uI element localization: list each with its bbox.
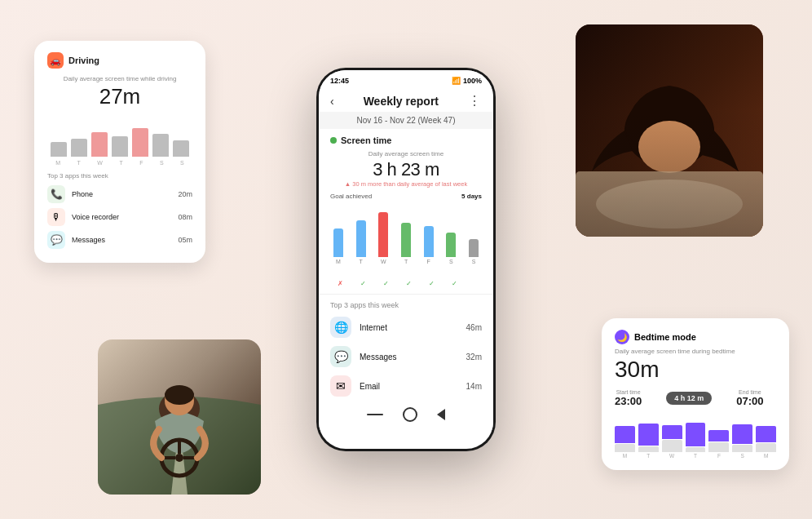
bedtime-day-label: W: [669, 453, 674, 459]
bedtime-bar-group: M: [756, 426, 776, 459]
chart-bar-group: W: [373, 212, 393, 264]
start-label: Start time: [615, 389, 642, 395]
bedtime-start: Start time 23:00: [615, 389, 642, 407]
phone-device: 12:45 📶 100% ‹ Weekly report ⋮ Nov 16 - …: [316, 68, 496, 451]
bedtime-bar-purple: [662, 425, 682, 440]
bedtime-time-value: 30m: [615, 357, 776, 383]
recents-icon[interactable]: [367, 414, 383, 415]
goal-label: Goal achieved: [330, 193, 372, 200]
start-time: 23:00: [615, 395, 642, 407]
bedtime-daily-label: Daily average screen time during bedtime: [615, 348, 776, 355]
chart-day-label: W: [381, 259, 386, 264]
sleeping-photo: [576, 24, 763, 237]
bedtime-bar-gray: [756, 443, 776, 452]
app-name: Messages: [360, 353, 458, 362]
bedtime-day-label: F: [717, 453, 721, 459]
more-button[interactable]: ⋮: [468, 93, 482, 109]
chart-bar: [469, 239, 479, 257]
app-row: ✉ Email 14m: [319, 371, 493, 401]
mini-bar: [51, 142, 67, 157]
chart-day-label: M: [336, 259, 341, 264]
chart-day-label: S: [449, 259, 453, 264]
chart-bar: [401, 223, 411, 257]
driving-photo: [98, 339, 261, 495]
goal-row: Goal achieved 5 days: [330, 193, 482, 200]
bedtime-bar-purple: [732, 424, 752, 445]
bedtime-bar-group: W: [662, 425, 682, 459]
page-title: Weekly report: [364, 95, 439, 108]
bedtime-bar-purple: [686, 423, 706, 446]
top-apps-label: Top 3 apps this week: [319, 298, 493, 313]
mini-day-label: F: [139, 160, 143, 166]
chart-bar-group: S: [464, 239, 483, 264]
mini-app-time: 20m: [178, 190, 192, 198]
car-icon: 🚗: [47, 52, 64, 69]
chart-bar: [333, 228, 343, 257]
check-mark: ✓: [429, 280, 435, 287]
mini-day-label: W: [97, 160, 103, 166]
bedtime-bar-purple: [756, 426, 776, 442]
mini-day-label: T: [119, 160, 122, 166]
daily-avg-label: Daily average screen time: [330, 150, 482, 157]
mini-bar: [152, 134, 169, 157]
back-button[interactable]: ‹: [330, 95, 334, 108]
check-mark: ✓: [452, 280, 457, 287]
app-name: Internet: [360, 323, 458, 332]
screen-time-value: 3 h 23 m: [330, 159, 482, 180]
bedtime-bar-group: T: [686, 423, 706, 459]
bedtime-day-label: M: [623, 453, 627, 459]
chart-bar-group: T: [396, 223, 416, 264]
app-row: 🌐 Internet 46m: [319, 313, 493, 342]
bedtime-end: End time 07:00: [736, 389, 763, 407]
bedtime-day-label: T: [694, 453, 697, 459]
end-time: 07:00: [736, 395, 763, 407]
bedtime-bar-purple: [638, 424, 659, 446]
bedtime-bar-group: S: [732, 424, 752, 459]
bedtime-bar-gray: [615, 444, 635, 452]
bedtime-card: 🌙 Bedtime mode Daily average screen time…: [602, 318, 789, 470]
bedtime-bar-gray: [708, 442, 729, 453]
bedtime-day-label: S: [741, 453, 744, 459]
chart-bar: [378, 212, 388, 257]
mini-app-row: 🎙 Voice recorder 08m: [47, 206, 192, 228]
chart-bar: [356, 220, 366, 257]
mini-app-name: Voice recorder: [72, 213, 171, 221]
bedtime-bar-purple: [708, 430, 729, 441]
driving-card: 🚗 Driving Daily average screen time whil…: [34, 41, 205, 263]
duration-pill: 4 h 12 m: [666, 392, 712, 405]
bedtime-bar-group: T: [638, 424, 659, 459]
bedtime-bar-group: M: [615, 426, 635, 459]
mini-day-label: S: [180, 160, 184, 166]
bedtime-title-text: Bedtime mode: [634, 332, 696, 342]
svg-point-8: [175, 454, 183, 462]
mini-day-label: T: [77, 160, 81, 166]
back-nav-icon[interactable]: [437, 409, 445, 420]
bedtime-times-row: Start time 23:00 4 h 12 m End time 07:00: [615, 389, 776, 407]
end-label: End time: [736, 389, 763, 395]
driving-daily-label: Daily average screen time while driving: [47, 75, 192, 82]
mini-app-row: 💬 Messages 05m: [47, 228, 192, 251]
driving-title: Driving: [68, 55, 99, 65]
chart-day-label: T: [404, 259, 408, 264]
status-icons: 📶 100%: [452, 77, 482, 85]
app-icon: 🌐: [330, 317, 351, 338]
app-row: 💬 Messages 32m: [319, 342, 493, 371]
svg-point-13: [165, 385, 194, 405]
chart-day-label: F: [427, 259, 430, 264]
bedtime-day-label: T: [647, 453, 650, 459]
mini-app-name: Phone: [72, 190, 171, 198]
mini-bar: [173, 140, 189, 157]
mini-app-time: 08m: [178, 213, 192, 221]
check-mark: ✓: [406, 280, 412, 287]
bedtime-bar-gray: [662, 440, 682, 452]
screen-time-chart: MTWTFSS: [319, 211, 493, 277]
bedtime-bar-gray: [638, 446, 659, 453]
bedtime-bar-group: F: [708, 430, 729, 459]
app-time: 32m: [466, 353, 482, 362]
chart-day-label: S: [472, 259, 476, 264]
chart-bar-group: F: [419, 226, 439, 264]
moon-icon: 🌙: [615, 330, 629, 344]
mini-app-name: Messages: [72, 236, 171, 244]
mini-day-label: S: [160, 160, 164, 166]
home-icon[interactable]: [403, 407, 417, 422]
